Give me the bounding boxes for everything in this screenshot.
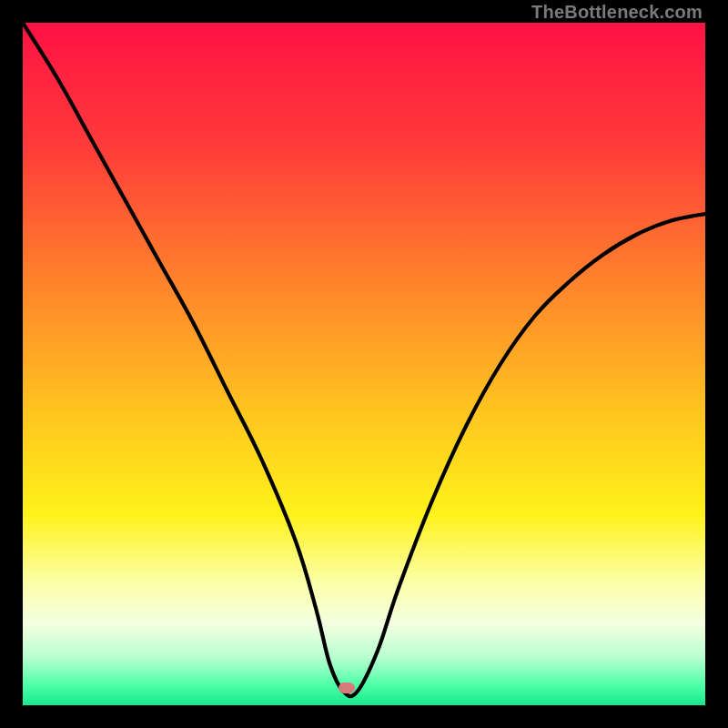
optimal-marker bbox=[339, 682, 355, 693]
bottleneck-curve bbox=[23, 23, 705, 705]
plot-area bbox=[23, 23, 705, 705]
watermark-text: TheBottleneck.com bbox=[531, 2, 703, 23]
chart-frame: TheBottleneck.com bbox=[0, 0, 728, 728]
